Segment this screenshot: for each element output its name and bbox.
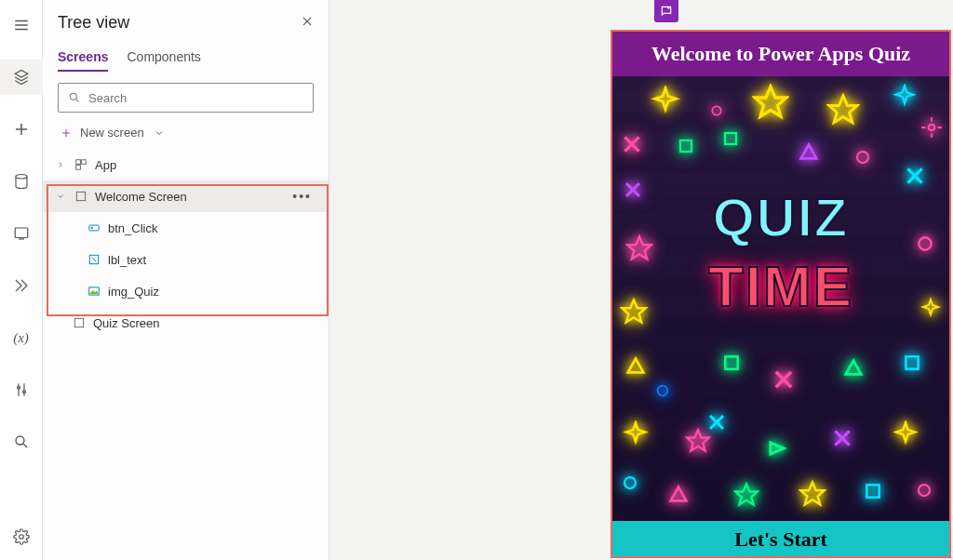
square-icon: [864, 482, 882, 503]
left-rail: (x): [0, 0, 43, 560]
svg-marker-66: [671, 487, 687, 501]
circle-icon: [854, 149, 871, 168]
svg-point-5: [16, 175, 27, 180]
circle-icon: [710, 104, 723, 120]
star-icon: [826, 93, 860, 129]
svg-rect-22: [76, 166, 81, 170]
svg-marker-50: [623, 300, 646, 323]
tree-item-app[interactable]: App: [43, 149, 329, 180]
close-icon[interactable]: [301, 15, 314, 31]
image-control-icon: [86, 285, 102, 298]
svg-marker-43: [801, 145, 817, 159]
search-input-wrapper[interactable]: [58, 83, 314, 113]
svg-marker-52: [628, 359, 644, 373]
star-icon: [799, 480, 826, 511]
svg-point-53: [658, 386, 668, 396]
quiz-image: QUIZ TIME: [612, 76, 949, 521]
tree-item-label: lbl_text: [108, 253, 146, 267]
chevron-down-icon: [154, 127, 165, 139]
advanced-tools-icon[interactable]: [0, 372, 43, 407]
svg-line-12: [22, 444, 26, 447]
lets-start-button[interactable]: Let's Start: [612, 521, 949, 558]
new-screen-button[interactable]: New screen: [43, 120, 329, 149]
settings-icon[interactable]: [0, 519, 43, 554]
svg-point-33: [712, 106, 720, 114]
ideas-icon[interactable]: [654, 0, 678, 22]
svg-rect-58: [906, 356, 918, 368]
square-icon: [678, 138, 694, 157]
svg-marker-67: [735, 484, 757, 504]
tree-item-label: img_Quiz: [108, 285, 159, 299]
hamburger-icon[interactable]: [0, 7, 43, 43]
search-input[interactable]: [88, 91, 303, 105]
svg-rect-6: [15, 228, 28, 238]
svg-marker-32: [829, 96, 857, 123]
svg-marker-57: [846, 361, 862, 375]
svg-point-16: [70, 93, 76, 100]
neon-quiz-text: QUIZ: [612, 186, 949, 248]
tree-item-img-quiz[interactable]: img_Quiz: [43, 275, 329, 307]
tree-item-welcome-screen[interactable]: Welcome Screen •••: [43, 180, 329, 212]
tree-item-btn-click[interactable]: btn_Click: [43, 212, 329, 244]
tree-item-label: App: [95, 158, 116, 172]
button-control-icon: [86, 221, 102, 234]
media-icon[interactable]: [0, 216, 43, 251]
sparkle-icon: [892, 84, 918, 113]
triangle-icon: [799, 141, 819, 165]
square-icon: [903, 353, 921, 375]
x-icon: [830, 426, 854, 453]
svg-point-11: [16, 436, 24, 445]
svg-rect-21: [82, 160, 87, 165]
tab-components[interactable]: Components: [127, 44, 200, 72]
circle-icon: [916, 482, 933, 501]
triangle-icon: [668, 484, 689, 507]
svg-marker-31: [755, 87, 785, 116]
search-icon: [68, 91, 81, 104]
burst-icon: [919, 115, 944, 142]
tree-view-pane: Tree view Screens Components New screen …: [43, 0, 329, 560]
svg-point-65: [624, 477, 636, 488]
star-icon: [620, 298, 648, 328]
welcome-title-label: Welcome to Power Apps Quiz: [612, 32, 949, 76]
svg-marker-68: [801, 483, 825, 505]
screen-icon: [71, 316, 87, 329]
treeview-icon[interactable]: [0, 60, 43, 95]
star-icon: [625, 234, 653, 265]
svg-point-13: [19, 535, 23, 540]
tree-item-quiz-screen[interactable]: Quiz Screen: [43, 307, 329, 339]
x-icon: [622, 179, 644, 204]
circle-icon: [622, 474, 638, 494]
label-control-icon: [86, 253, 102, 266]
tree-item-label: Quiz Screen: [93, 316, 160, 330]
data-icon[interactable]: [0, 164, 43, 199]
svg-point-70: [919, 485, 930, 496]
phone-preview: Welcome to Power Apps Quiz QUIZ TIME: [611, 30, 951, 558]
more-icon[interactable]: •••: [292, 189, 312, 204]
star-icon: [733, 482, 759, 511]
svg-rect-42: [725, 133, 736, 144]
svg-point-30: [667, 7, 669, 8]
triangle-icon: [843, 357, 864, 380]
square-icon: [722, 130, 739, 150]
sparkle-icon: [622, 420, 650, 451]
variables-icon[interactable]: (x): [0, 320, 43, 355]
search-rail-icon[interactable]: [0, 424, 43, 460]
triangle-icon: [625, 355, 646, 379]
x-icon: [705, 411, 728, 436]
x-icon: [620, 132, 644, 159]
screen-icon: [73, 190, 89, 203]
canvas-area: Welcome to Power Apps Quiz QUIZ TIME: [329, 0, 953, 560]
sparkle-icon: [892, 420, 919, 451]
tree-item-lbl-text[interactable]: lbl_text: [43, 244, 329, 275]
insert-icon[interactable]: [0, 112, 43, 147]
sparkle-icon: [919, 298, 942, 323]
svg-marker-49: [628, 237, 651, 260]
powerautomate-icon[interactable]: [0, 268, 43, 303]
tab-screens[interactable]: Screens: [58, 44, 108, 72]
treeview-title: Tree view: [58, 13, 129, 33]
svg-rect-29: [74, 318, 83, 327]
svg-rect-41: [680, 140, 691, 152]
star-icon: [752, 84, 789, 124]
svg-rect-24: [89, 225, 100, 231]
svg-point-34: [929, 125, 935, 131]
